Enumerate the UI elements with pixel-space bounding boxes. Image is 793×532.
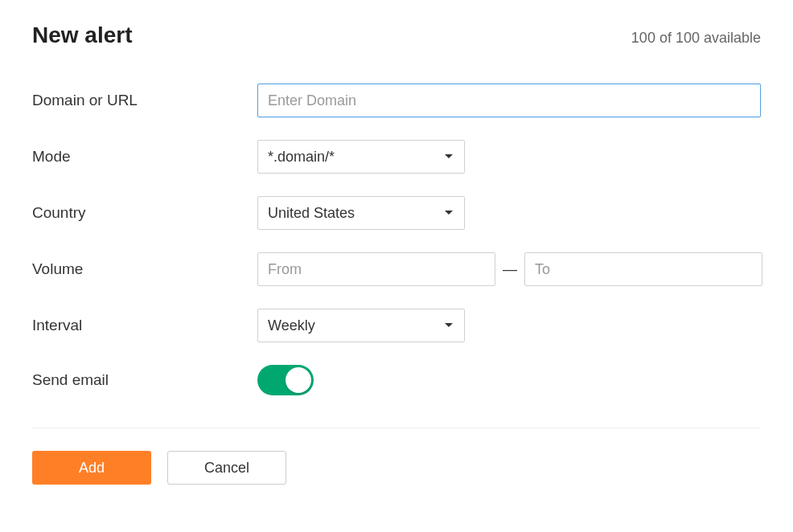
send-email-label: Send email (32, 371, 257, 389)
country-label: Country (32, 204, 257, 222)
mode-select[interactable]: *.domain/* (257, 140, 465, 174)
mode-label: Mode (32, 148, 257, 166)
domain-input[interactable] (257, 84, 761, 117)
volume-separator: — (495, 261, 524, 278)
quota-status: 100 of 100 available (631, 30, 761, 47)
volume-label: Volume (32, 260, 257, 278)
page-title: New alert (32, 23, 133, 48)
toggle-knob (286, 367, 311, 393)
domain-label: Domain or URL (32, 92, 257, 109)
add-button[interactable]: Add (32, 451, 151, 485)
interval-select-value: Weekly (268, 317, 315, 334)
volume-from-input[interactable] (257, 252, 495, 286)
country-select-value: United States (268, 205, 355, 222)
send-email-toggle[interactable] (257, 365, 314, 395)
interval-select[interactable]: Weekly (257, 309, 465, 342)
mode-select-value: *.domain/* (268, 149, 335, 166)
interval-label: Interval (32, 317, 257, 334)
cancel-button[interactable]: Cancel (167, 451, 286, 485)
country-select[interactable]: United States (257, 196, 465, 230)
volume-to-input[interactable] (524, 252, 762, 286)
